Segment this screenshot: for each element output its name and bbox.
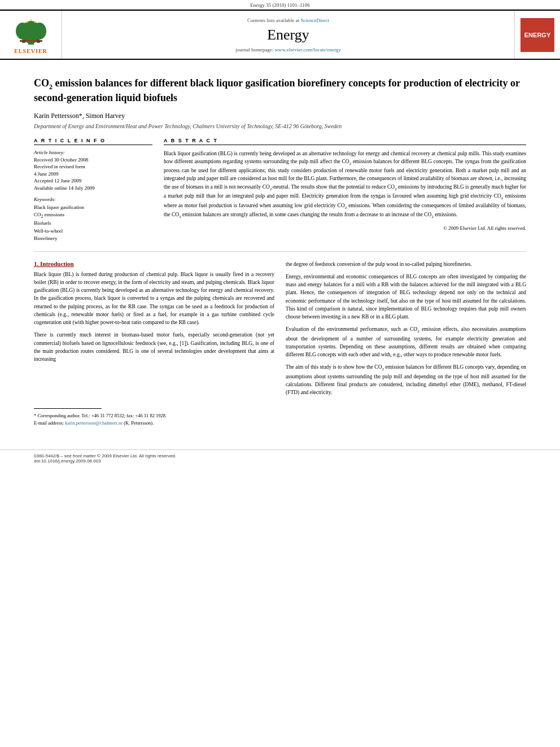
journal-header: ELSEVIER Contents lists available at Sci… [0,10,560,60]
email-link[interactable]: karin.pettersson@chalmers.se [65,420,123,426]
section-divider [34,251,526,252]
svg-point-5 [21,40,26,43]
revised-label: Received in revised form [34,163,152,171]
sciencedirect-line: Contents lists available at ScienceDirec… [247,18,329,23]
accepted-date: Accepted 12 June 2009 [34,177,152,185]
elsevier-logo-section: ELSEVIER [0,11,62,59]
main-content: CO2 emission balances for different blac… [0,60,560,438]
revised-date: 4 June 2009 [34,171,152,178]
elsevier-name: ELSEVIER [14,48,47,54]
footer-issn: 0360-5442/$ – see front matter © 2009 El… [34,453,526,458]
footnote-corresponding: * Corresponding author. Tel.: +46 31 772… [34,412,274,420]
energy-logo-text: ENERGY [524,32,550,38]
homepage-line: journal homepage: www.elsevier.com/locat… [235,47,341,53]
section1-right-para2: Energy, environmental and economic conse… [286,273,526,321]
keyword-5: Biorefinery [34,235,152,243]
footnote-divider [34,408,102,409]
svg-point-3 [33,23,46,40]
body-section: 1. Introduction Black liquor (BL) is for… [34,260,526,427]
keyword-2: CO2 emissions [34,211,152,220]
keyword-1: Black liquor gasification [34,204,152,212]
keyword-3: Biofuels [34,220,152,228]
footnote-email: E-mail address: karin.pettersson@chalmer… [34,420,274,427]
article-info-abstract-section: A R T I C L E I N F O Article history: R… [34,138,526,243]
history-label: Article history: [34,150,152,155]
journal-title: Energy [267,27,309,43]
section1-title: 1. Introduction [34,260,274,267]
svg-point-2 [16,23,29,40]
abstract-heading: A B S T R A C T [164,138,526,145]
footnotes-section: * Corresponding author. Tel.: +46 31 772… [34,408,274,427]
elsevier-logo: ELSEVIER [11,15,51,54]
top-bar: Energy 35 (2010) 1101–1106 [0,0,560,10]
sciencedirect-link[interactable]: ScienceDirect [301,18,329,23]
sciencedirect-prefix: Contents lists available at [247,18,300,23]
body-left-col: 1. Introduction Black liquor (BL) is for… [34,260,274,427]
section1-para1: Black liquor (BL) is formed during produ… [34,270,274,327]
article-info-col: A R T I C L E I N F O Article history: R… [34,138,152,243]
homepage-link[interactable]: www.elsevier.com/locate/energy [275,47,341,53]
authors: Karin Pettersson*, Simon Harvey [34,112,526,120]
history-group: Article history: Received 30 October 200… [34,150,152,192]
svg-point-9 [34,21,36,23]
section1-right-para1: the degree of feedstock conversion of th… [286,260,526,268]
body-right-col: the degree of feedstock conversion of th… [286,260,526,427]
section1-right-para3: Evaluation of the environmental performa… [286,325,526,359]
footer-doi: doi:10.1016/j.energy.2009.06.003 [34,458,526,464]
article-info-heading: A R T I C L E I N F O [34,138,152,145]
section1-para2: There is currently much interest in biom… [34,331,274,363]
energy-logo: ENERGY [520,18,554,52]
svg-point-6 [36,40,41,43]
affiliation: Department of Energy and Environment/Hea… [34,123,526,129]
copyright-line: © 2009 Elsevier Ltd. All rights reserved… [164,225,526,231]
svg-point-8 [30,19,32,21]
footer-bar: 0360-5442/$ – see front matter © 2009 El… [0,449,560,467]
section1-right-para4: The aim of this study is to show how the… [286,363,526,396]
keywords-section: Keywords: Black liquor gasification CO2 … [34,196,152,243]
author-names: Karin Pettersson*, Simon Harvey [34,112,125,120]
abstract-col: A B S T R A C T Black liquor gasificatio… [164,138,526,243]
available-date: Available online 14 July 2009 [34,185,152,192]
energy-logo-section: ENERGY [515,11,560,59]
abstract-text: Black liquor gasification (BLG) is curre… [164,150,526,220]
keyword-4: Well-to-wheel [34,228,152,235]
journal-citation: Energy 35 (2010) 1101–1106 [250,2,309,8]
elsevier-tree-icon [11,15,51,46]
homepage-prefix: journal homepage: [235,47,274,53]
keywords-label: Keywords: [34,196,152,202]
article-title: CO2 emission balances for different blac… [34,77,526,105]
svg-point-7 [26,21,28,23]
received-date: Received 30 October 2008 [34,156,152,164]
journal-center: Contents lists available at ScienceDirec… [62,11,515,59]
